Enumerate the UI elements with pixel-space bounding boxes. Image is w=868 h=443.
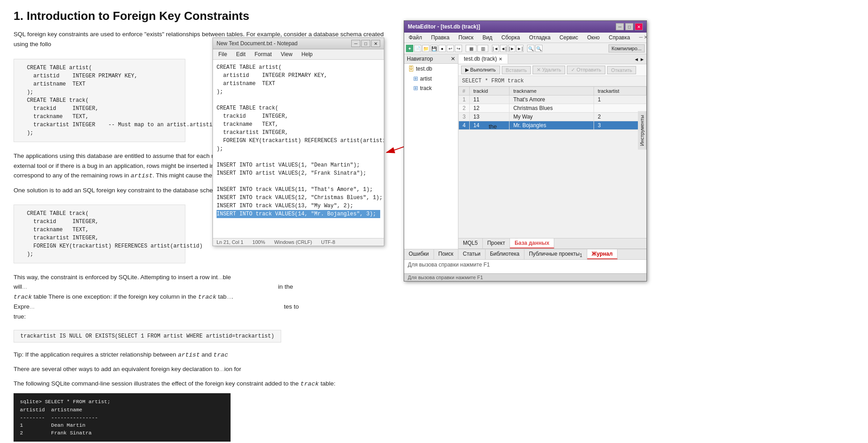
code-inline-expression: trackartist IS NULL OR EXISTS(SELECT 1 F… bbox=[14, 330, 281, 343]
row-4-trackname: Mr. Bojangles bbox=[509, 121, 594, 130]
tab-database[interactable]: База данных bbox=[510, 238, 554, 248]
meta-close-btn[interactable]: ✕ bbox=[635, 23, 643, 30]
meta-nav-item-testdb[interactable]: 🗄 test.db bbox=[404, 64, 458, 74]
meta-menu-debug[interactable]: Отладка bbox=[526, 33, 553, 42]
notepad-title: New Text Document.txt - Notepad bbox=[217, 40, 297, 47]
row-4-num: 4 bbox=[459, 121, 470, 130]
kompilator-label: Компилиро... bbox=[612, 46, 642, 51]
meta-maximize-btn[interactable]: □ bbox=[625, 23, 633, 30]
notepad-menu-view[interactable]: View bbox=[279, 50, 294, 58]
toolbar-icon-table1[interactable]: ▦ bbox=[466, 45, 476, 52]
meta-sql-input[interactable]: SELECT * FROM track bbox=[458, 76, 646, 86]
toolbar-icon-new[interactable]: 📄 bbox=[414, 45, 421, 52]
para-4: This way, the constraint is enforced by … bbox=[14, 272, 393, 322]
meta-navigator-title: Навигатор bbox=[407, 56, 433, 62]
meta-nav-sub-artist[interactable]: ⊞ artist bbox=[404, 74, 458, 83]
meta-menu-tools[interactable]: Сервис bbox=[557, 33, 581, 42]
code-block-1: CREATE TABLE artist( artistid INTEGER PR… bbox=[14, 59, 185, 142]
meta-tab-close-icon[interactable]: ✕ bbox=[499, 57, 502, 62]
meta-log-area: Для вызова справки нажмите F1 bbox=[404, 260, 646, 273]
tab-library[interactable]: Библиотека bbox=[486, 249, 524, 259]
meta-menu-view[interactable]: Вид bbox=[480, 33, 495, 42]
meta-navigator-close-btn[interactable]: ✕ bbox=[451, 56, 455, 62]
notepad-menu-file[interactable]: File bbox=[217, 50, 229, 58]
toolbar-icon-search[interactable]: 🔍 bbox=[527, 45, 534, 52]
db-icon: 🗄 bbox=[408, 65, 414, 72]
toolbar-icon-1[interactable]: ✦ bbox=[406, 45, 413, 52]
tab-project[interactable]: Проект bbox=[483, 238, 510, 248]
toolbar-icon-save[interactable]: 💾 bbox=[430, 45, 438, 52]
notepad-minimize-btn[interactable]: ─ bbox=[351, 40, 360, 47]
notepad-eol: Windows (CRLF) bbox=[274, 239, 312, 245]
meta-minimize-btn[interactable]: ─ bbox=[616, 23, 624, 30]
toolbar-icon-12[interactable]: ►| bbox=[516, 45, 524, 52]
tab-search[interactable]: Поиск bbox=[434, 249, 458, 259]
meta-log-tabs: Ошибки Поиск Статьи Библиотека Публичные… bbox=[404, 249, 646, 260]
meta-menu-window[interactable]: Окно bbox=[585, 33, 603, 42]
para-6: The following SQLite command-line sessio… bbox=[14, 379, 393, 389]
tab-articles[interactable]: Статьи bbox=[458, 249, 486, 259]
instruments-side-tab[interactable]: Инструменты bbox=[638, 111, 646, 150]
row-2-num: 2 bbox=[459, 104, 470, 113]
meta-editor-window: MetaEditor - [test.db (track)] ─ □ ✕ Фай… bbox=[404, 20, 647, 281]
toolbar-icon-11[interactable]: |► bbox=[508, 45, 515, 52]
row-1-trackartist: 1 bbox=[594, 95, 646, 104]
meta-nav-label-track: track bbox=[420, 85, 432, 91]
meta-editor-titlebar: MetaEditor - [test.db (track)] ─ □ ✕ bbox=[404, 21, 646, 33]
table-row[interactable]: 3 13 My Way 2 bbox=[459, 113, 646, 121]
table-row-selected[interactable]: 4 14 Mr. Bojangles 3 bbox=[459, 121, 646, 130]
tab-nav-left[interactable]: ◄ bbox=[634, 57, 639, 62]
notepad-maximize-btn[interactable]: □ bbox=[361, 40, 370, 47]
toolbar-icon-open[interactable]: 📁 bbox=[422, 45, 429, 52]
tab-journal[interactable]: Журнал bbox=[587, 249, 618, 259]
meta-editor-body: Навигатор ✕ 🗄 test.db ⊞ artist ⊞ track t… bbox=[404, 54, 646, 249]
meta-status-bar: Для вызова справки нажмите F1 bbox=[404, 273, 646, 281]
meta-navigator-panel: Навигатор ✕ 🗄 test.db ⊞ artist ⊞ track bbox=[404, 54, 458, 249]
notepad-menu-format[interactable]: Format bbox=[253, 50, 274, 58]
notepad-menu-help[interactable]: Help bbox=[300, 50, 315, 58]
toolbar-icon-search2[interactable]: 🔍 bbox=[535, 45, 542, 52]
notepad-menu-edit[interactable]: Edit bbox=[234, 50, 247, 58]
meta-menu-help[interactable]: Справка bbox=[606, 33, 633, 42]
toolbar-icon-table2[interactable]: ▥ bbox=[477, 45, 488, 52]
table-icon-artist: ⊞ bbox=[413, 75, 418, 82]
toolbar-icon-undo[interactable]: ↩ bbox=[447, 45, 454, 52]
execute-button[interactable]: ▶ Выполнить bbox=[461, 66, 500, 74]
notepad-content[interactable]: CREATE TABLE artist( artistid INTEGER PR… bbox=[213, 60, 384, 238]
meta-nav-sub-track[interactable]: ⊞ track bbox=[404, 83, 458, 93]
toolbar-kompilator-btn[interactable]: Компилиро... bbox=[609, 44, 645, 52]
rollback-button[interactable]: Откатить bbox=[607, 66, 636, 74]
row-3-trackname: My Way bbox=[509, 113, 594, 121]
notepad-ln-col: Ln 21, Col 1 bbox=[217, 239, 243, 245]
meta-menu-search[interactable]: Поиск bbox=[456, 33, 476, 42]
toolbar-icon-redo[interactable]: ↪ bbox=[455, 45, 462, 52]
results-table: # trackid trackname trackartist 1 11 Tha… bbox=[458, 86, 646, 130]
toolbar-icon-5[interactable]: ● bbox=[439, 45, 446, 52]
tab-nav-right[interactable]: ► bbox=[640, 57, 645, 62]
commit-button[interactable]: ✓ Отправить bbox=[567, 66, 605, 74]
notepad-highlighted-line: INSERT INTO track VALUES(14, "Mr. Bojang… bbox=[217, 210, 380, 218]
meta-bottom-db-tabs: MQL5 Проект База данных bbox=[458, 238, 646, 249]
toolbar-icon-9[interactable]: |◄ bbox=[492, 45, 499, 52]
row-1-trackid: 11 bbox=[470, 95, 509, 104]
toolbar-icon-10[interactable]: ◄| bbox=[500, 45, 507, 52]
row-3-trackid: 13 bbox=[470, 113, 509, 121]
tab-mql5[interactable]: MQL5 bbox=[458, 238, 483, 248]
insert-button[interactable]: Вставить bbox=[502, 66, 531, 74]
meta-menu-edit[interactable]: Правка bbox=[429, 33, 453, 42]
tab-public-projects[interactable]: Публичные проекты1 bbox=[524, 249, 587, 259]
meta-editor-title: MetaEditor - [test.db (track)] bbox=[408, 24, 480, 30]
meta-navigator-header: Навигатор ✕ bbox=[404, 54, 458, 64]
notepad-close-btn[interactable]: ✕ bbox=[371, 40, 380, 47]
meta-menu-file[interactable]: Файл bbox=[406, 33, 425, 42]
table-row[interactable]: 2 12 Christmas Blues bbox=[459, 104, 646, 113]
table-row[interactable]: 1 11 That's Amore 1 bbox=[459, 95, 646, 104]
delete-button[interactable]: ✕ Удалить bbox=[533, 66, 565, 74]
row-1-trackname: That's Amore bbox=[509, 95, 594, 104]
meta-editor-menubar: Файл Правка Поиск Вид Сборка Отладка Сер… bbox=[404, 33, 646, 43]
meta-status-right: ─ ✕ bbox=[637, 33, 651, 42]
tab-errors[interactable]: Ошибки bbox=[404, 249, 434, 259]
meta-tab-testdb-track[interactable]: test.db (track) ✕ bbox=[458, 54, 508, 64]
meta-menu-build[interactable]: Сборка bbox=[499, 33, 523, 42]
col-header-trackid: trackid bbox=[470, 87, 509, 95]
